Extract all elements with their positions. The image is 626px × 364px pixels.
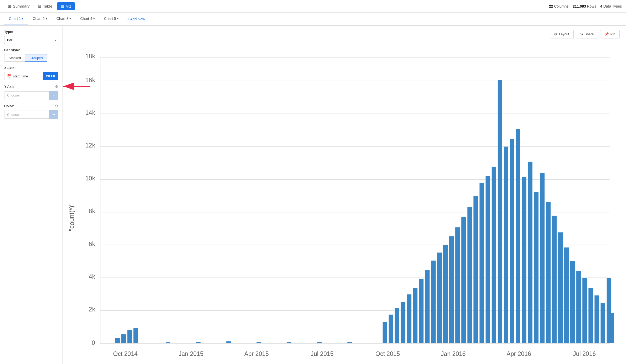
- summary-label: Summary: [13, 4, 30, 8]
- svg-text:14k: 14k: [85, 109, 95, 116]
- bar: [610, 313, 614, 343]
- add-new-button[interactable]: + Add New: [123, 17, 149, 21]
- bar: [127, 330, 132, 343]
- layout-button[interactable]: ⚙ Layout: [550, 30, 573, 38]
- color-field-row: Choose... −: [4, 110, 58, 119]
- columns-count: 22: [549, 4, 553, 8]
- color-gear-icon[interactable]: ⚙: [55, 104, 58, 108]
- pin-button[interactable]: 📌 Pin: [600, 30, 620, 38]
- bar: [540, 173, 544, 343]
- bar: [595, 295, 599, 343]
- calendar-icon: 📅: [7, 74, 12, 78]
- bar: [133, 328, 138, 343]
- y-axis-minus-button[interactable]: −: [49, 91, 58, 100]
- y-axis-choose-input[interactable]: Choose...: [4, 91, 49, 99]
- chevron-down-icon: ▾: [117, 17, 118, 20]
- data-types-stat: 4 Data Types: [600, 4, 622, 8]
- tab-chart1[interactable]: Chart 1 ▾: [4, 13, 28, 25]
- bar-chart-svg: "count(*)" 0 2k 4k 6k 8k 10k: [65, 40, 620, 364]
- bar: [552, 216, 557, 343]
- bar: [534, 192, 538, 343]
- tab-chart5-label: Chart 5: [104, 16, 116, 21]
- bar: [413, 288, 417, 343]
- y-axis-field-row: Choose... −: [4, 91, 58, 100]
- bar: [564, 247, 569, 343]
- bar: [196, 342, 201, 343]
- color-choose-input[interactable]: Choose...: [4, 111, 49, 119]
- chart-area: ⚙ Layout ↪ Share 📌 Pin "count(*)" 0: [63, 26, 626, 364]
- svg-text:Jul 2016: Jul 2016: [573, 350, 596, 357]
- bar: [395, 308, 399, 343]
- x-axis-field-row: 📅 start_time WEEK: [4, 72, 58, 80]
- tab-chart4[interactable]: Chart 4 ▾: [76, 13, 99, 25]
- svg-text:18k: 18k: [85, 53, 95, 60]
- svg-text:Oct 2014: Oct 2014: [113, 350, 138, 357]
- chevron-down-icon: ▾: [93, 17, 95, 20]
- week-badge[interactable]: WEEK: [43, 72, 58, 80]
- bar: [257, 342, 261, 343]
- svg-text:Apr 2015: Apr 2015: [244, 350, 269, 357]
- bar: [115, 338, 120, 343]
- bar: [287, 342, 291, 343]
- svg-text:12k: 12k: [85, 142, 95, 149]
- chart-action-buttons: ⚙ Layout ↪ Share 📌 Pin: [550, 30, 620, 38]
- columns-stat: 22 Columns: [549, 4, 569, 8]
- svg-text:4k: 4k: [89, 273, 95, 280]
- tab-chart5[interactable]: Chart 5 ▾: [99, 13, 123, 25]
- bar: [516, 129, 520, 343]
- svg-text:Jan 2015: Jan 2015: [179, 350, 203, 357]
- svg-text:0: 0: [92, 339, 95, 346]
- x-axis-field-display: 📅 start_time: [4, 72, 43, 80]
- chevron-down-icon: ▾: [70, 17, 71, 20]
- bar: [528, 162, 532, 343]
- bar: [576, 271, 581, 343]
- y-axis-gear-icon[interactable]: ⚙: [55, 84, 58, 89]
- tab-chart2[interactable]: Chart 2 ▾: [28, 13, 52, 25]
- bar: [570, 261, 575, 343]
- layout-icon: ⚙: [554, 32, 557, 36]
- svg-text:Oct 2015: Oct 2015: [375, 350, 400, 357]
- bar: [437, 253, 442, 343]
- y-axis-title: "count(*)": [68, 203, 75, 231]
- tab-chart3[interactable]: Chart 3 ▾: [52, 13, 76, 25]
- summary-nav-btn[interactable]: ⊞ Summary: [4, 2, 33, 10]
- viz-nav-btn[interactable]: ▦ Viz: [57, 2, 75, 10]
- columns-label: Columns: [554, 4, 568, 8]
- bar: [486, 176, 490, 343]
- color-minus-button[interactable]: −: [49, 110, 58, 119]
- bar: [317, 342, 322, 343]
- grid-icon: ⊞: [8, 4, 11, 9]
- bar: [601, 303, 605, 343]
- bar: [480, 183, 484, 343]
- chart-tabs-bar: Chart 1 ▾ Chart 2 ▾ Chart 3 ▾ Chart 4 ▾ …: [0, 13, 626, 26]
- y-axis-label: Y Axis:: [4, 85, 15, 89]
- rows-stat: 211,083 Rows: [573, 4, 596, 8]
- type-select[interactable]: Bar Line Scatter Pie: [4, 36, 58, 44]
- bar: [504, 147, 508, 343]
- layout-label: Layout: [559, 32, 569, 36]
- bar-style-label: Bar Style:: [4, 48, 58, 52]
- stacked-button[interactable]: Stacked: [4, 54, 25, 62]
- data-types-label: Data Types: [603, 4, 622, 8]
- share-icon: ↪: [580, 32, 583, 36]
- tab-chart1-label: Chart 1: [9, 16, 21, 21]
- share-button[interactable]: ↪ Share: [576, 30, 598, 38]
- bar: [455, 227, 460, 343]
- type-label: Type:: [4, 30, 58, 34]
- dataset-stats: 22 Columns 211,083 Rows 4 Data Types: [549, 4, 622, 8]
- svg-text:2k: 2k: [89, 306, 95, 313]
- bar: [510, 139, 514, 343]
- bar: [425, 270, 429, 343]
- chevron-down-icon: ▾: [22, 17, 23, 20]
- bar: [166, 342, 170, 343]
- svg-text:10k: 10k: [85, 175, 95, 182]
- viz-label: Viz: [66, 4, 71, 8]
- chart-icon: ▦: [61, 4, 64, 9]
- svg-text:8k: 8k: [89, 208, 95, 214]
- share-label: Share: [585, 32, 594, 36]
- bar: [443, 245, 448, 343]
- grouped-button[interactable]: Grouped: [25, 54, 47, 62]
- bar: [492, 167, 496, 343]
- svg-text:16k: 16k: [85, 77, 95, 83]
- table-nav-btn[interactable]: ⊟ Table: [34, 2, 56, 10]
